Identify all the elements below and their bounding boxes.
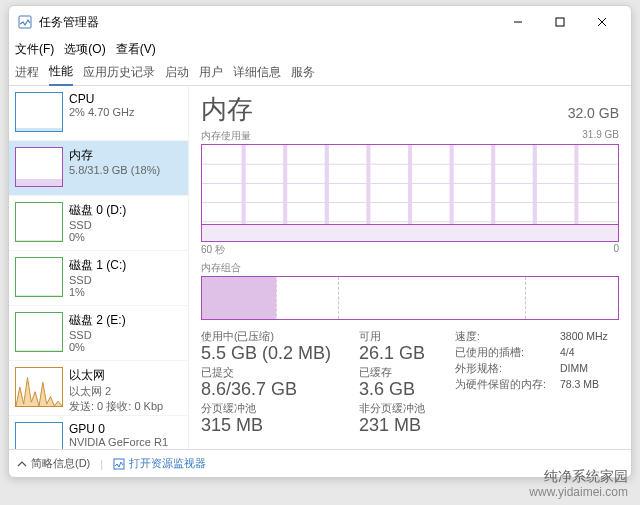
tab-processes[interactable]: 进程 — [15, 60, 39, 85]
axis-left: 60 秒 — [201, 243, 225, 257]
perf-sub2: 0% — [69, 341, 182, 353]
tab-services[interactable]: 服务 — [291, 60, 315, 85]
perf-title: 以太网 — [69, 367, 182, 384]
slots-label: 已使用的插槽: — [455, 346, 546, 360]
used-value: 5.5 GB (0.2 MB) — [201, 344, 331, 362]
perf-sub: SSD — [69, 329, 182, 341]
memory-stats: 使用中(已压缩) 5.5 GB (0.2 MB) 可用 26.1 GB 已提交 … — [201, 330, 619, 434]
titlebar: 任务管理器 — [9, 6, 631, 38]
committed-value: 8.6/36.7 GB — [201, 380, 331, 398]
perf-item-gpu-6[interactable]: GPU 0NVIDIA GeForce R11% (47 °C) — [9, 416, 188, 449]
brief-info-toggle[interactable]: 简略信息(D) — [17, 456, 90, 471]
tabbar: 进程 性能 应用历史记录 启动 用户 详细信息 服务 — [9, 60, 631, 86]
tab-details[interactable]: 详细信息 — [233, 60, 281, 85]
memory-usage-graph[interactable] — [201, 144, 619, 242]
used-label: 使用中(已压缩) — [201, 330, 331, 344]
graph1-max: 31.9 GB — [582, 129, 619, 143]
task-manager-window: 任务管理器 文件(F) 选项(O) 查看(V) 进程 性能 应用历史记录 启动 … — [8, 5, 632, 478]
detail-total: 32.0 GB — [568, 105, 619, 121]
perf-title: CPU — [69, 92, 182, 106]
perf-sub: SSD — [69, 219, 182, 231]
tab-users[interactable]: 用户 — [199, 60, 223, 85]
perf-item-cpu-0[interactable]: CPU2% 4.70 GHz — [9, 86, 188, 141]
mem-thumb-icon — [15, 147, 63, 187]
monitor-icon — [113, 458, 125, 470]
cached-value: 3.6 GB — [359, 380, 425, 398]
minimize-button[interactable] — [497, 8, 539, 36]
detail-heading: 内存 — [201, 92, 253, 127]
menu-options[interactable]: 选项(O) — [64, 41, 105, 58]
perf-title: 磁盘 1 (C:) — [69, 257, 182, 274]
paged-label: 分页缓冲池 — [201, 402, 331, 416]
paged-value: 315 MB — [201, 416, 331, 434]
reserved-label: 为硬件保留的内存: — [455, 378, 546, 392]
perf-sub: NVIDIA GeForce R1 — [69, 436, 182, 448]
perf-item-disk-3[interactable]: 磁盘 1 (C:)SSD1% — [9, 251, 188, 306]
perf-sub2: 1% — [69, 286, 182, 298]
speed-label: 速度: — [455, 330, 546, 344]
speed-value: 3800 MHz — [560, 330, 608, 344]
tab-startup[interactable]: 启动 — [165, 60, 189, 85]
net-thumb-icon — [15, 367, 63, 407]
perf-sub2: 0% — [69, 231, 182, 243]
chevron-up-icon — [17, 459, 27, 469]
perf-item-disk-4[interactable]: 磁盘 2 (E:)SSD0% — [9, 306, 188, 361]
open-resource-monitor-link[interactable]: 打开资源监视器 — [113, 456, 206, 471]
perf-sub: 5.8/31.9 GB (18%) — [69, 164, 182, 176]
perf-item-disk-2[interactable]: 磁盘 0 (D:)SSD0% — [9, 196, 188, 251]
nonpaged-value: 231 MB — [359, 416, 425, 434]
close-button[interactable] — [581, 8, 623, 36]
app-icon — [17, 14, 33, 30]
perf-item-mem-1[interactable]: 内存5.8/31.9 GB (18%) — [9, 141, 188, 196]
avail-value: 26.1 GB — [359, 344, 425, 362]
memory-composition-graph[interactable] — [201, 276, 619, 320]
tab-performance[interactable]: 性能 — [49, 59, 73, 86]
perf-sub2: 发送: 0 接收: 0 Kbp — [69, 399, 182, 414]
slots-value: 4/4 — [560, 346, 608, 360]
perf-title: GPU 0 — [69, 422, 182, 436]
window-title: 任务管理器 — [39, 14, 497, 31]
disk-thumb-icon — [15, 257, 63, 297]
tab-apphistory[interactable]: 应用历史记录 — [83, 60, 155, 85]
memory-detail-panel: 内存 32.0 GB 内存使用量 31.9 GB 60 秒 0 内存组合 — [189, 86, 631, 449]
form-label: 外形规格: — [455, 362, 546, 376]
menubar: 文件(F) 选项(O) 查看(V) — [9, 38, 631, 60]
body: CPU2% 4.70 GHz内存5.8/31.9 GB (18%)磁盘 0 (D… — [9, 86, 631, 449]
watermark: 纯净系统家园 www.yidaimei.com — [529, 468, 628, 499]
reserved-value: 78.3 MB — [560, 378, 608, 392]
disk-thumb-icon — [15, 312, 63, 352]
avail-label: 可用 — [359, 330, 425, 344]
svg-rect-2 — [556, 18, 564, 26]
gpu-thumb-icon — [15, 422, 63, 449]
menu-file[interactable]: 文件(F) — [15, 41, 54, 58]
nonpaged-label: 非分页缓冲池 — [359, 402, 425, 416]
menu-view[interactable]: 查看(V) — [116, 41, 156, 58]
composition-label: 内存组合 — [201, 261, 619, 275]
graph1-label: 内存使用量 — [201, 129, 251, 143]
axis-right: 0 — [613, 243, 619, 257]
perf-sub: SSD — [69, 274, 182, 286]
perf-title: 磁盘 0 (D:) — [69, 202, 182, 219]
cpu-thumb-icon — [15, 92, 63, 132]
perf-item-net-5[interactable]: 以太网以太网 2发送: 0 接收: 0 Kbp — [9, 361, 188, 416]
disk-thumb-icon — [15, 202, 63, 242]
performance-sidebar[interactable]: CPU2% 4.70 GHz内存5.8/31.9 GB (18%)磁盘 0 (D… — [9, 86, 189, 449]
perf-sub: 以太网 2 — [69, 384, 182, 399]
committed-label: 已提交 — [201, 366, 331, 380]
form-value: DIMM — [560, 362, 608, 376]
perf-title: 内存 — [69, 147, 182, 164]
maximize-button[interactable] — [539, 8, 581, 36]
perf-title: 磁盘 2 (E:) — [69, 312, 182, 329]
perf-sub: 2% 4.70 GHz — [69, 106, 182, 118]
cached-label: 已缓存 — [359, 366, 425, 380]
